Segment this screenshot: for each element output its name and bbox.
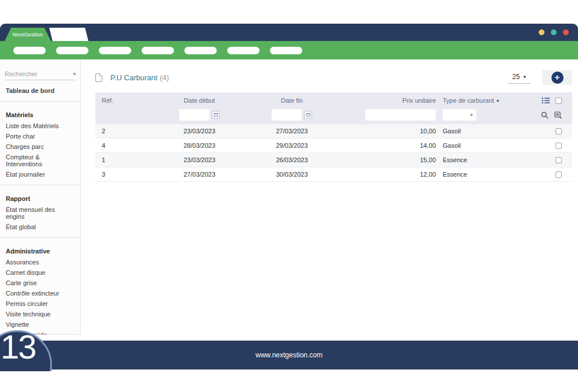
cell-type: Essence <box>439 156 506 163</box>
table-row[interactable]: 3 27/03/2023 30/03/2023 12,00 Essence <box>95 167 572 182</box>
column-header-date-debut[interactable]: Date début <box>153 97 246 104</box>
sidebar-item-charges-parc[interactable]: Charges parc <box>0 141 80 152</box>
nav-pill[interactable] <box>227 47 260 54</box>
cell-date-debut: 27/03/2023 <box>153 171 246 178</box>
column-header-date-fin[interactable]: Date fin <box>246 97 338 104</box>
sidebar-item-porte-char[interactable]: Porte char <box>0 131 80 141</box>
chevron-down-icon: ▾ <box>73 71 76 77</box>
nav-pill[interactable] <box>184 47 217 54</box>
grid-header: Réf. Date début Date fin Prix unitaire T… <box>95 92 572 124</box>
column-chooser-icon[interactable] <box>542 97 550 104</box>
sidebar-item-permis-circuler[interactable]: Permis circuler <box>0 298 80 309</box>
nav-pill[interactable] <box>142 47 174 54</box>
cell-date-debut: 28/03/2023 <box>153 142 246 149</box>
sidebar-section-materiels: Matériels Liste des Matériels Porte char… <box>0 102 80 185</box>
record-count: (4) <box>160 73 169 82</box>
cell-date-fin: 26/03/2023 <box>246 156 338 163</box>
cell-ref: 4 <box>95 142 153 149</box>
table-row[interactable]: 1 23/03/2023 26/03/2023 15,00 Essence <box>95 153 572 167</box>
footer-bar: www.nextgestion.com <box>0 341 578 369</box>
chevron-down-icon: ▾ <box>470 112 473 118</box>
row-checkbox[interactable] <box>555 128 562 135</box>
sidebar-item-etat-mensuel-des-engins[interactable]: État mensuel des engins <box>0 204 80 222</box>
search-placeholder: Rechercher <box>5 70 38 77</box>
row-checkbox[interactable] <box>555 171 562 178</box>
column-header-prix-unitaire[interactable]: Prix unitaire <box>338 97 439 104</box>
sidebar-item-compteur-interventions[interactable]: Compteur & Interventions <box>0 152 80 169</box>
filter-type-select[interactable]: ▾ <box>443 109 476 121</box>
row-checkbox[interactable] <box>555 157 562 163</box>
table-row[interactable]: 2 23/03/2023 27/03/2023 10,00 Gasoil <box>95 124 572 139</box>
main-menu-bar <box>0 41 578 59</box>
column-header-type-carburant[interactable]: Type de carburant▲ <box>439 97 506 104</box>
maximize-dot-icon[interactable] <box>551 29 557 35</box>
cell-type: Gasoil <box>439 142 506 149</box>
sidebar-item-liste-des-materiels[interactable]: Liste des Matériels <box>0 121 80 131</box>
search-icon[interactable] <box>541 111 549 119</box>
brand-tab[interactable]: NextGestion <box>5 28 51 41</box>
cell-ref: 3 <box>95 171 153 178</box>
sidebar-section-dashboard: Tableau de bord <box>0 80 80 102</box>
chevron-down-icon: ▾ <box>523 74 526 80</box>
sidebar-item-visite-technique[interactable]: Visite technique <box>0 309 80 319</box>
sidebar-item-assurances[interactable]: Assurances <box>0 257 80 267</box>
sidebar-section-rapport: Rapport État mensuel des engins État glo… <box>0 185 80 238</box>
sidebar-item-tableau-de-bord[interactable]: Tableau de bord <box>0 85 80 96</box>
calendar-icon[interactable] <box>212 111 220 119</box>
toolbar-right: 25 ▾ + <box>507 70 572 85</box>
sidebar-item-controle-extincteur[interactable]: Contrôle extincteur <box>0 288 80 298</box>
sidebar-item-etat-journalier[interactable]: État journalier <box>0 169 80 180</box>
calendar-icon[interactable] <box>304 111 312 119</box>
cell-prix: 10,00 <box>338 128 439 135</box>
filter-date-fin-input[interactable] <box>272 109 302 121</box>
page-size-value: 25 <box>512 73 520 81</box>
sidebar-header-administrative: Administrative <box>0 243 80 257</box>
sidebar: Rechercher ▾ Tableau de bord Matériels L… <box>0 59 81 335</box>
add-button[interactable]: + <box>542 70 572 85</box>
footer-url: www.nextgestion.com <box>255 351 323 359</box>
column-header-ref[interactable]: Réf. <box>95 97 153 104</box>
cell-prix: 15,00 <box>338 156 439 163</box>
content-toolbar: P.U Carburant (4) 25 ▾ + <box>95 68 572 87</box>
nav-pill[interactable] <box>56 47 88 54</box>
cell-ref: 1 <box>95 156 153 163</box>
clear-search-icon[interactable] <box>554 111 562 119</box>
sidebar-item-carnet-disque[interactable]: Carnet disque <box>0 267 80 278</box>
page-size-select[interactable]: 25 ▾ <box>507 71 531 84</box>
sidebar-item-etat-global[interactable]: État global <box>0 222 80 232</box>
blank-tab[interactable] <box>49 28 88 41</box>
sidebar-header-materiels: Matériels <box>0 107 80 121</box>
main-content: P.U Carburant (4) 25 ▾ + Réf. Date début… <box>81 59 578 341</box>
window-controls <box>539 29 569 35</box>
cell-date-fin: 29/03/2023 <box>246 142 338 149</box>
cell-type: Essence <box>439 171 506 178</box>
sort-asc-icon: ▲ <box>496 98 500 102</box>
cell-date-debut: 23/03/2023 <box>153 128 246 135</box>
cell-prix: 12,00 <box>338 171 439 178</box>
minimize-dot-icon[interactable] <box>539 29 544 35</box>
page-title: P.U Carburant <box>110 73 157 82</box>
select-all-checkbox[interactable] <box>555 98 562 104</box>
filter-date-debut-input[interactable] <box>179 109 209 121</box>
close-dot-icon[interactable] <box>563 29 569 35</box>
nav-pill[interactable] <box>13 47 46 54</box>
table-row[interactable]: 4 28/03/2023 29/03/2023 14,00 Gasoil <box>95 139 572 153</box>
filter-prix-input[interactable] <box>365 109 436 121</box>
data-grid: Réf. Date début Date fin Prix unitaire T… <box>95 92 572 182</box>
cell-date-fin: 27/03/2023 <box>246 128 338 135</box>
sidebar-item-vignette[interactable]: Vignette <box>0 319 80 330</box>
cell-date-fin: 30/03/2023 <box>246 171 338 178</box>
nav-pill[interactable] <box>270 47 302 54</box>
brand-label: NextGestion <box>13 31 43 38</box>
row-checkbox[interactable] <box>555 143 562 149</box>
cell-type: Gasoil <box>439 128 506 135</box>
cell-prix: 14,00 <box>338 142 439 149</box>
cell-date-debut: 23/03/2023 <box>153 156 246 163</box>
sidebar-header-rapport: Rapport <box>0 191 80 204</box>
title-bar: NextGestion <box>0 24 578 41</box>
sidebar-item-carte-grise[interactable]: Carte grise <box>0 278 80 288</box>
search-select[interactable]: Rechercher ▾ <box>5 68 76 80</box>
plus-icon: + <box>551 72 564 84</box>
sidebar-item-taxe-sur-poids[interactable]: Taxe sur poids <box>0 330 80 335</box>
nav-pill[interactable] <box>99 47 131 54</box>
